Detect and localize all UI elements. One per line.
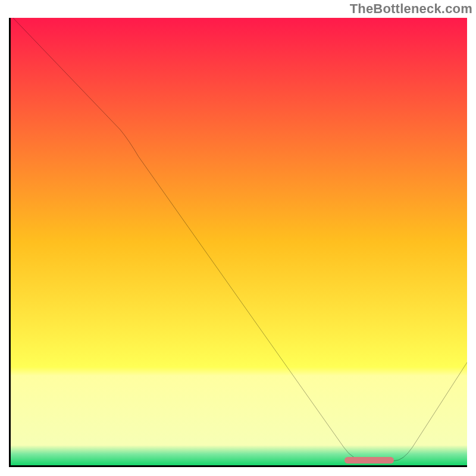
bottleneck-curve	[11, 18, 467, 465]
plot-area	[9, 18, 467, 467]
optimal-range-marker	[345, 457, 394, 464]
curve-path	[13, 18, 467, 461]
chart-stage: TheBottleneck.com	[0, 0, 476, 476]
watermark-text: TheBottleneck.com	[350, 1, 472, 17]
